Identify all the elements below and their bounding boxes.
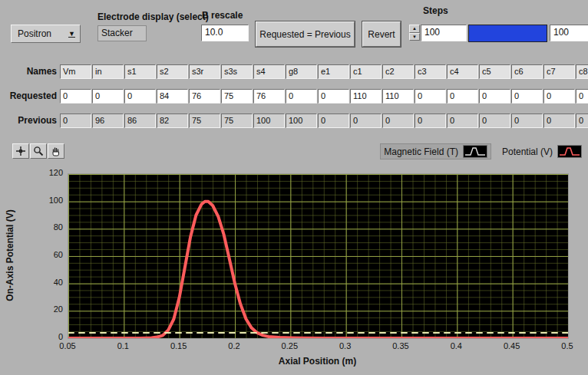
table-cell[interactable]: 0 bbox=[447, 89, 478, 104]
series-potential bbox=[68, 202, 568, 338]
legend-label-magnetic-field: Magnetic Field (T) bbox=[384, 146, 458, 157]
b-rescale-label: B rescale bbox=[202, 10, 243, 21]
y-tick-label: 80 bbox=[38, 222, 63, 232]
table-cell[interactable]: c5 bbox=[479, 64, 510, 79]
x-axis-label: Axial Position (m) bbox=[68, 356, 567, 367]
table-cell[interactable]: 76 bbox=[189, 89, 220, 104]
steps-slider[interactable] bbox=[468, 25, 547, 42]
table-cell: 0 bbox=[543, 113, 575, 128]
table-cell: 100 bbox=[253, 113, 285, 128]
pan-tool-button[interactable] bbox=[48, 143, 64, 159]
y-tick-label: 20 bbox=[38, 304, 63, 314]
table-cell: 0 bbox=[576, 113, 588, 128]
table-cell: 0 bbox=[511, 113, 543, 128]
table-cell[interactable]: g8 bbox=[286, 64, 317, 79]
table-cell[interactable]: c6 bbox=[511, 64, 543, 79]
table-cell: 0 bbox=[318, 113, 349, 128]
table-cell[interactable]: 110 bbox=[350, 89, 382, 104]
x-tick-label: 0.4 bbox=[442, 341, 470, 350]
y-tick-label: 120 bbox=[38, 168, 63, 177]
table-cell[interactable]: s2 bbox=[157, 64, 188, 79]
steps-label: Steps bbox=[423, 5, 448, 16]
magnetic-field-legend-icon bbox=[463, 145, 487, 158]
y-tick-label: 100 bbox=[38, 196, 63, 205]
table-cell[interactable]: c2 bbox=[382, 64, 414, 79]
x-tick-label: 0.2 bbox=[220, 341, 248, 350]
table-cell[interactable]: 0 bbox=[60, 89, 91, 104]
table-cell[interactable]: 0 bbox=[543, 89, 575, 104]
table-cell[interactable]: s4 bbox=[253, 64, 285, 79]
steps-value-right-input[interactable]: 100 bbox=[550, 25, 588, 41]
requested-row-label: Requested bbox=[2, 90, 57, 101]
table-cell[interactable]: 0 bbox=[511, 89, 543, 104]
table-cell: 86 bbox=[124, 113, 156, 128]
table-cell[interactable]: c4 bbox=[447, 64, 478, 79]
table-cell[interactable]: c8 bbox=[576, 64, 588, 79]
magnifier-icon bbox=[33, 146, 44, 156]
table-cell: 0 bbox=[350, 113, 382, 128]
table-cell[interactable]: 84 bbox=[157, 89, 188, 104]
table-cell: 82 bbox=[157, 113, 188, 128]
table-cell[interactable]: 0 bbox=[576, 89, 588, 104]
potential-legend-icon bbox=[557, 145, 582, 158]
table-cell[interactable]: c1 bbox=[350, 64, 382, 79]
table-cell[interactable]: 0 bbox=[92, 89, 124, 104]
table-cell[interactable]: 0 bbox=[318, 89, 349, 104]
electrode-display-value[interactable]: Stacker bbox=[97, 25, 147, 41]
spinner-up-icon[interactable]: ▲ bbox=[409, 25, 420, 33]
names-row-label: Names bbox=[2, 66, 57, 77]
table-cell[interactable]: 0 bbox=[479, 89, 510, 104]
plot-area[interactable] bbox=[68, 173, 569, 339]
y-tick-label: 40 bbox=[38, 278, 63, 287]
table-cell: 75 bbox=[189, 113, 220, 128]
graph-legend: Magnetic Field (T) Potential (V) bbox=[380, 143, 585, 160]
requested-equals-previous-button[interactable]: Requested = Previous bbox=[256, 21, 355, 47]
table-cell[interactable]: c3 bbox=[415, 64, 446, 79]
crosshair-icon bbox=[15, 146, 26, 156]
x-tick-label: 0.5 bbox=[553, 341, 581, 350]
x-tick-label: 0.45 bbox=[498, 341, 526, 350]
y-axis-label: On-Axis Potential (V) bbox=[5, 202, 15, 309]
steps-spinner: ▲ ▼ bbox=[409, 25, 420, 41]
steps-input[interactable]: 100 bbox=[421, 25, 467, 41]
spinner-down-icon[interactable]: ▼ bbox=[409, 33, 420, 41]
device-selector-dropdown[interactable]: Positron ▼ bbox=[11, 25, 81, 43]
revert-button[interactable]: Revert bbox=[362, 21, 401, 47]
cursor-tool-button[interactable] bbox=[12, 143, 29, 159]
table-cell[interactable]: in bbox=[92, 64, 124, 79]
table-cell[interactable]: 110 bbox=[382, 89, 414, 104]
table-cell[interactable]: c7 bbox=[543, 64, 575, 79]
table-cell: 100 bbox=[286, 113, 317, 128]
legend-label-potential: Potential (V) bbox=[502, 146, 553, 157]
requested-row: 00084767576001101100000000 bbox=[60, 89, 588, 104]
legend-item-magnetic-field[interactable]: Magnetic Field (T) bbox=[380, 143, 491, 160]
table-cell[interactable]: 0 bbox=[415, 89, 446, 104]
table-cell: 0 bbox=[60, 113, 91, 128]
hand-icon bbox=[51, 146, 61, 156]
table-cell: 0 bbox=[382, 113, 414, 128]
x-tick-label: 0.3 bbox=[332, 341, 359, 350]
table-cell: 0 bbox=[447, 113, 478, 128]
table-cell: 0 bbox=[415, 113, 446, 128]
table-cell[interactable]: s1 bbox=[124, 64, 156, 79]
y-tick-label: 60 bbox=[38, 250, 63, 259]
table-cell[interactable]: 0 bbox=[286, 89, 317, 104]
table-cell[interactable]: 0 bbox=[124, 89, 156, 104]
zoom-tool-button[interactable] bbox=[30, 143, 47, 159]
legend-item-potential[interactable]: Potential (V) bbox=[499, 144, 585, 159]
plot-svg bbox=[68, 174, 568, 338]
x-tick-label: 0.05 bbox=[54, 341, 81, 350]
table-cell[interactable]: Vm bbox=[60, 64, 91, 79]
table-cell[interactable]: 76 bbox=[253, 89, 285, 104]
b-rescale-input[interactable]: 10.0 bbox=[201, 25, 249, 41]
names-row: Vmins1s2s3rs3ss4g8e1c1c2c3c4c5c6c7c8c9 bbox=[60, 64, 588, 79]
table-cell: 96 bbox=[92, 113, 124, 128]
table-cell[interactable]: s3r bbox=[189, 64, 220, 79]
table-cell: 0 bbox=[479, 113, 510, 128]
previous-row-label: Previous bbox=[2, 115, 57, 126]
y-tick-label: 0 bbox=[38, 332, 63, 341]
previous-row: 096868275751001000000000000 bbox=[60, 113, 588, 128]
table-cell[interactable]: s3s bbox=[221, 64, 253, 79]
table-cell[interactable]: e1 bbox=[318, 64, 349, 79]
table-cell[interactable]: 75 bbox=[221, 89, 253, 104]
